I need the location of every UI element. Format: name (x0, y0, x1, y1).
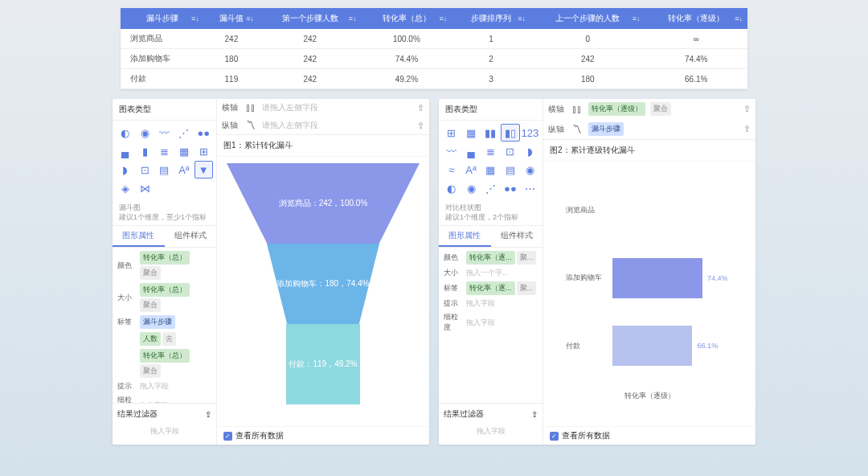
chart-type-gauge-icon[interactable]: ◗ (116, 161, 134, 178)
filter-drop-zone[interactable]: 拖入字段 (117, 421, 211, 441)
label-field-pill[interactable]: 转化率（逐... (466, 281, 515, 295)
chart-type-pie-icon[interactable]: ◐ (442, 179, 461, 197)
view-all-checkbox[interactable]: ✓ (223, 432, 232, 441)
color-field-pill[interactable]: 转化率（逐... (466, 251, 515, 265)
prop-size-label: 大小 (444, 268, 463, 278)
chart-type-pivot-icon[interactable]: ▦ (461, 124, 480, 142)
chart-type-wave-icon[interactable]: ≈ (442, 161, 461, 178)
tab-comp-style[interactable]: 组件样式 (491, 226, 543, 247)
tab-shape-props[interactable]: 图形属性 (113, 226, 165, 247)
bar-segment[interactable]: 74.4% (612, 258, 702, 298)
col-step[interactable]: 漏斗步骤≡↓ (121, 8, 204, 29)
sort-icon[interactable]: ≡↓ (633, 14, 641, 23)
sort-icon[interactable]: ≡↓ (518, 14, 526, 23)
tab-shape-props[interactable]: 图形属性 (439, 226, 491, 247)
drop-placeholder[interactable]: 拖入一个字... (466, 268, 509, 278)
chart-type-sankey-icon[interactable]: ⋈ (135, 179, 154, 197)
section-chart-type: 图表类型 (113, 99, 216, 121)
axis-config-icon[interactable]: 〽 (244, 120, 257, 131)
color-field-pill[interactable]: 转化率（总） (140, 251, 190, 265)
chart-type-tree-icon[interactable]: ◉ (521, 161, 539, 178)
chart-type-scatter-icon[interactable]: ⋰ (481, 179, 500, 197)
y-axis-pill[interactable]: 漏斗步骤 (588, 122, 624, 136)
chart-type-bar-icon[interactable]: ▮ (135, 142, 154, 160)
label-field-pill[interactable]: 人数 (140, 332, 161, 346)
col-prev[interactable]: 上一个步骤的人数≡↓ (530, 8, 645, 29)
table-row[interactable]: 添加购物车18024274.4%224274.4% (121, 49, 747, 69)
x-axis-drop[interactable]: 请拖入左侧字段 (262, 102, 412, 113)
chart-type-tree-icon[interactable]: ⊡ (135, 161, 154, 178)
bar-segment[interactable]: 66.1% (612, 326, 692, 366)
export-icon[interactable]: ⇪ (531, 410, 538, 419)
export-icon[interactable]: ⇪ (743, 124, 751, 134)
col-value[interactable]: 漏斗值≡↓ (204, 8, 259, 29)
sort-icon[interactable]: ≡↓ (735, 14, 743, 23)
view-all-checkbox[interactable]: ✓ (550, 432, 559, 441)
export-icon[interactable]: ⇪ (743, 104, 751, 114)
chart-type-line-icon[interactable]: 〰 (442, 142, 461, 160)
tab-comp-style[interactable]: 组件样式 (165, 226, 217, 247)
chart-type-pie-icon[interactable]: ◐ (116, 124, 134, 142)
axis-config-icon[interactable]: ⫿⫿ (244, 102, 257, 113)
chart-type-donut-icon[interactable]: ◉ (135, 124, 154, 142)
label-field-pill[interactable]: 转化率（总） (140, 349, 190, 363)
sort-icon[interactable]: ≡↓ (349, 14, 357, 23)
x-axis-pill[interactable]: 转化率（逐级） (588, 102, 645, 116)
chart-type-table-icon[interactable]: ⊞ (442, 124, 461, 142)
drop-placeholder[interactable]: 拖入字段 (466, 318, 495, 328)
table-row[interactable]: 浏览商品242242100.0%10∞ (121, 29, 747, 49)
chart-type-funnel-icon[interactable]: ▼ (194, 161, 213, 178)
chart-type-stack-icon[interactable]: ≣ (481, 142, 500, 160)
config-sidebar: 图表类型 ⊞▦▮▮▮▯123 〰▄≣⊡◗ ≈Aª▦▤◉ ◐◉⋰●●⋯ 对比柱状图… (439, 99, 543, 445)
col-rate-step[interactable]: 转化率（逐级）≡↓ (645, 8, 747, 29)
chart-type-stack-icon[interactable]: ≣ (155, 142, 174, 160)
filter-drop-zone[interactable]: 拖入字段 (444, 421, 538, 441)
y-axis-drop[interactable]: 请拖入左侧字段 (262, 120, 412, 131)
export-icon[interactable]: ⇪ (205, 410, 211, 419)
funnel-segment-2[interactable]: 添加购物车：180，74.4% (267, 244, 379, 324)
sort-icon[interactable]: ≡↓ (439, 14, 447, 23)
chart-type-bubble-icon[interactable]: ●● (194, 124, 213, 142)
col-rate-total[interactable]: 转化率（总）≡↓ (362, 8, 452, 29)
agg-pill[interactable]: 聚合 (140, 298, 161, 312)
chart-type-text-icon[interactable]: Aª (461, 161, 480, 178)
col-order[interactable]: 步骤排序列≡↓ (452, 8, 530, 29)
chart-type-line-icon[interactable]: 〰 (155, 124, 174, 142)
chart-type-map-icon[interactable]: ▦ (174, 142, 193, 160)
agg-pill[interactable]: 聚合 (140, 266, 161, 280)
sort-icon[interactable]: ≡↓ (191, 14, 199, 23)
label-field-pill[interactable]: 漏斗步骤 (140, 315, 175, 329)
table-row[interactable]: 付款11924249.2%318066.1% (121, 69, 747, 89)
section-chart-type: 图表类型 (439, 99, 542, 121)
chart-type-area-icon[interactable]: ▄ (116, 142, 134, 160)
axis-config-icon[interactable]: 〽 (571, 124, 583, 135)
chart-type-number-icon[interactable]: 123 (521, 124, 539, 142)
funnel-segment-3[interactable]: 付款：119，49.2% (286, 324, 360, 404)
chart-type-combo-icon[interactable]: ⊡ (501, 142, 519, 160)
size-field-pill[interactable]: 转化率（总） (140, 283, 190, 297)
drop-placeholder[interactable]: 拖入字段 (466, 298, 495, 309)
chart-type-bubble-icon[interactable]: ●● (501, 179, 519, 197)
funnel-segment-1[interactable]: 浏览商品：242，100.0% (227, 163, 420, 244)
axis-config-icon[interactable]: ⫿⫿ (571, 104, 583, 115)
export-icon[interactable]: ⇪ (417, 121, 424, 131)
chart-type-gauge-icon[interactable]: ◗ (521, 142, 539, 160)
chart-type-donut-icon[interactable]: ◉ (461, 179, 480, 197)
chart-type-text-icon[interactable]: Aª (174, 161, 193, 178)
chart-type-radar-icon[interactable]: ◈ (116, 179, 134, 197)
config-sidebar: 图表类型 ◐◉〰⋰●● ▄▮≣▦⊞ ◗⊡▤Aª▼ ◈⋈ 漏斗图建议1个维度，至少… (113, 99, 217, 445)
chart-type-map-icon[interactable]: ▦ (481, 161, 500, 178)
chart-type-heat-icon[interactable]: ▤ (501, 161, 519, 178)
chart-type-more-icon[interactable]: ⋯ (521, 179, 539, 197)
chart-type-scatter-icon[interactable]: ⋰ (174, 124, 193, 142)
chart-type-grid-icon[interactable]: ▤ (155, 161, 174, 178)
sort-icon[interactable]: ≡↓ (246, 14, 254, 23)
drop-placeholder[interactable]: 拖入字段 (140, 381, 169, 392)
chart-type-compare-bar-icon[interactable]: ▮▯ (501, 124, 519, 142)
chart-type-bar-icon[interactable]: ▮▮ (481, 124, 500, 142)
chart-type-heat-icon[interactable]: ⊞ (194, 142, 213, 160)
funnel-data-table: 漏斗步骤≡↓ 漏斗值≡↓ 第一个步骤人数≡↓ 转化率（总）≡↓ 步骤排序列≡↓ … (121, 8, 747, 89)
chart-type-area-icon[interactable]: ▄ (461, 142, 480, 160)
col-first[interactable]: 第一个步骤人数≡↓ (259, 8, 362, 29)
export-icon[interactable]: ⇪ (417, 103, 424, 113)
